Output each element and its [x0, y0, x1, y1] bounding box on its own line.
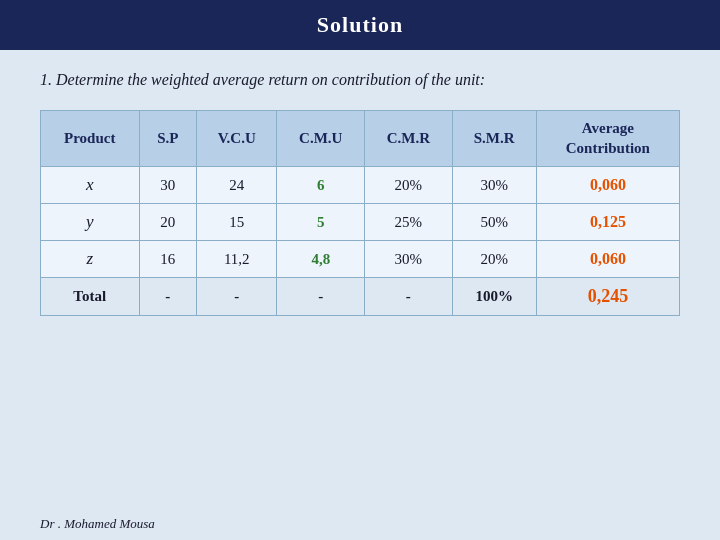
cell-cmu-x: 6: [277, 167, 365, 204]
content: 1. Determine the weighted average return…: [0, 50, 720, 510]
col-header-vcu: V.C.U: [197, 111, 277, 167]
cell-smr-x: 30%: [452, 167, 536, 204]
cell-cmr-z: 30%: [365, 241, 453, 278]
footer: Dr . Mohamed Mousa: [0, 510, 720, 540]
cell-product-z: z: [41, 241, 140, 278]
cell-avg-y: 0,125: [536, 204, 679, 241]
col-header-cmu: C.M.U: [277, 111, 365, 167]
cell-product-y: y: [41, 204, 140, 241]
cell-sp-z: 16: [139, 241, 197, 278]
table-row: x 30 24 6 20% 30% 0,060: [41, 167, 680, 204]
cell-avg-total: 0,245: [536, 278, 679, 316]
cell-sp-total: -: [139, 278, 197, 316]
cell-cmr-y: 25%: [365, 204, 453, 241]
cell-smr-y: 50%: [452, 204, 536, 241]
cell-cmr-total: -: [365, 278, 453, 316]
cell-avg-x: 0,060: [536, 167, 679, 204]
title-bar: Solution: [0, 0, 720, 50]
col-header-smr: S.M.R: [452, 111, 536, 167]
cell-avg-z: 0,060: [536, 241, 679, 278]
page: Solution 1. Determine the weighted avera…: [0, 0, 720, 540]
col-header-sp: S.P: [139, 111, 197, 167]
table-row: y 20 15 5 25% 50% 0,125: [41, 204, 680, 241]
cell-vcu-x: 24: [197, 167, 277, 204]
cell-vcu-total: -: [197, 278, 277, 316]
cell-smr-total: 100%: [452, 278, 536, 316]
subtitle: 1. Determine the weighted average return…: [40, 68, 680, 92]
cell-sp-x: 30: [139, 167, 197, 204]
table-row: z 16 11,2 4,8 30% 20% 0,060: [41, 241, 680, 278]
cell-product-x: x: [41, 167, 140, 204]
cell-cmr-x: 20%: [365, 167, 453, 204]
page-title: Solution: [317, 12, 403, 37]
cell-vcu-z: 11,2: [197, 241, 277, 278]
cell-cmu-z: 4,8: [277, 241, 365, 278]
footer-text: Dr . Mohamed Mousa: [40, 516, 155, 531]
col-header-cmr: C.M.R: [365, 111, 453, 167]
cell-smr-z: 20%: [452, 241, 536, 278]
col-header-avg: Average Contribution: [536, 111, 679, 167]
col-header-product: Product: [41, 111, 140, 167]
table-header-row: Product S.P V.C.U C.M.U C.M.R: [41, 111, 680, 167]
cell-product-total: Total: [41, 278, 140, 316]
cell-vcu-y: 15: [197, 204, 277, 241]
main-table: Product S.P V.C.U C.M.U C.M.R: [40, 110, 680, 316]
table-row-total: Total - - - - 100% 0,245: [41, 278, 680, 316]
table-wrapper: Product S.P V.C.U C.M.U C.M.R: [40, 110, 680, 500]
cell-cmu-y: 5: [277, 204, 365, 241]
cell-cmu-total: -: [277, 278, 365, 316]
cell-sp-y: 20: [139, 204, 197, 241]
